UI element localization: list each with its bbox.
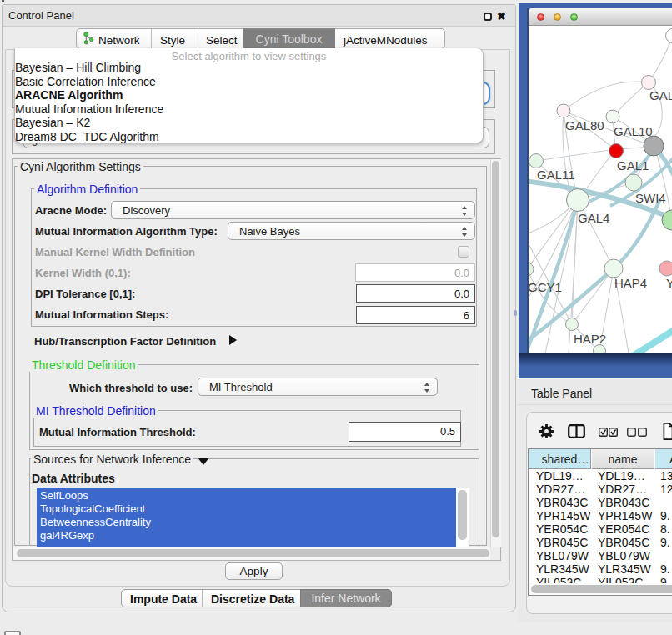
svg-text:GAL1: GAL1: [617, 158, 649, 172]
svg-text:HAP2: HAP2: [574, 332, 606, 346]
svg-text:GAL10: GAL10: [614, 124, 653, 138]
svg-text:GAL11: GAL11: [537, 168, 575, 182]
svg-text:HAP4: HAP4: [614, 276, 647, 290]
svg-text:GAL80: GAL80: [565, 118, 604, 132]
svg-text:GAL: GAL: [649, 88, 672, 102]
svg-text:Y: Y: [666, 276, 672, 290]
svg-text:GAL4: GAL4: [578, 211, 609, 225]
svg-text:SWI4: SWI4: [635, 191, 666, 205]
svg-text:GCY1: GCY1: [529, 280, 562, 294]
